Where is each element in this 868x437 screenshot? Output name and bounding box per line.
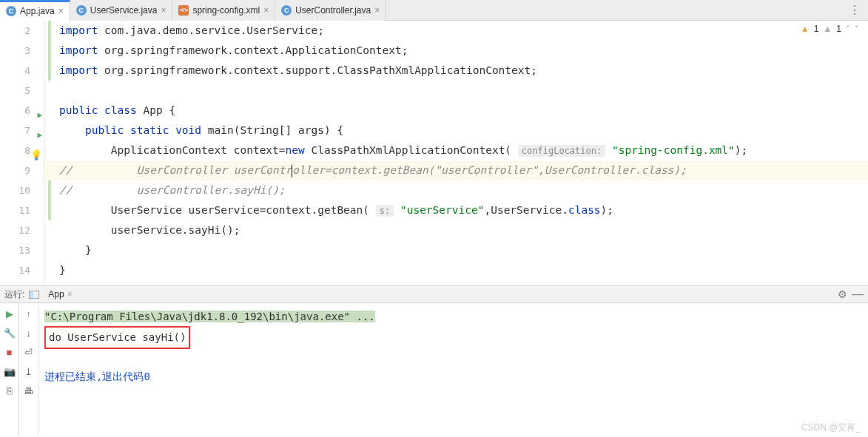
camera-icon[interactable]: 📷 [4,365,16,377]
weak-warning-icon: ▲ [823,24,832,34]
hide-icon[interactable]: — [852,288,864,301]
run-label: 运行: [4,288,24,301]
close-icon[interactable]: × [374,5,380,16]
tab-spring-config-xml[interactable]: </> spring-config.xml × [172,0,275,21]
warning-icon: ▲ [801,24,810,34]
close-icon[interactable]: × [67,289,73,299]
editor-tabs-bar: C App.java × C UserService.java × </> sp… [0,0,868,21]
java-class-icon: C [76,5,87,16]
console-output[interactable]: "C:\Program Files\Java\jdk1.8.0_192\bin\… [38,303,868,436]
wrench-icon[interactable]: 🔧 [4,327,16,339]
run-gutter-icon[interactable]: ▶ [37,105,42,125]
soft-wrap-icon[interactable]: ⏎ [23,346,35,358]
line-number: 14 [0,260,30,280]
weak-warning-count: 1 [836,24,841,34]
watermark: CSDN @安苒_ [801,421,861,434]
up-icon[interactable]: ↑ [23,308,35,319]
tab-usercontroller-java[interactable]: C UserController.java × [275,0,386,21]
close-icon[interactable]: × [58,6,64,16]
rerun-icon[interactable]: ▶ [4,308,16,319]
run-gutter-icon[interactable]: ▶ [37,125,42,145]
console-exit-line: 进程已结束,退出代码0 [44,367,862,386]
console-highlighted-output: do UserService sayHi() [44,326,190,349]
run-tool-window-body: ▶ 🔧 ■ 📷 ⎘ ↑ ↓ ⏎ ⤓ 🖶 "C:\Program Files\Ja… [0,303,868,436]
exit-icon[interactable]: ⎘ [4,385,16,396]
print-icon[interactable]: 🖶 [23,385,35,396]
tab-userservice-java[interactable]: C UserService.java × [70,0,173,21]
line-number: 4 [0,61,30,81]
layout-icon [29,291,39,299]
chevron-up-icon[interactable]: ˄ [846,24,850,34]
line-number: 11 [0,200,30,220]
tab-app-java[interactable]: C App.java × [0,0,70,21]
line-number: 6▶ [0,101,30,121]
code-editor[interactable]: 2 3 4 5 6▶ 7▶ 8💡 9 10 11 12 13 14 import… [0,21,868,285]
run-config-tab[interactable]: App × [44,289,76,299]
intention-bulb-icon[interactable]: 💡 [30,145,42,165]
line-number: 5 [0,81,30,101]
run-tool-window-header: 运行: App × ⚙ — [0,285,868,303]
close-icon[interactable]: × [161,5,166,16]
run-toolbar-primary: ▶ 🔧 ■ 📷 ⎘ [0,303,19,436]
line-number: 10 [0,180,30,200]
line-number: 12 [0,220,30,240]
line-number: 7▶ [0,121,30,140]
java-class-icon: C [281,5,292,16]
xml-file-icon: </> [178,5,189,16]
down-icon[interactable]: ↓ [23,327,35,339]
chevron-down-icon[interactable]: ˅ [855,24,859,34]
tabs-menu-icon[interactable]: ⋮ [841,3,868,17]
line-number: 3 [0,41,30,61]
console-command-line: "C:\Program Files\Java\jdk1.8.0_192\bin\… [44,311,375,322]
close-icon[interactable]: × [263,5,269,16]
tab-label: App.java [20,6,55,16]
tab-label: UserService.java [90,5,158,16]
editor-inspection-status[interactable]: ▲1 ▲1 ˄ ˅ [801,24,859,34]
gutter: 2 3 4 5 6▶ 7▶ 8💡 9 10 11 12 13 14 [0,21,44,285]
scroll-to-end-icon[interactable]: ⤓ [23,365,35,377]
java-class-icon: C [6,6,16,16]
line-number: 13 [0,240,30,260]
tab-label: UserController.java [295,5,371,16]
stop-icon[interactable]: ■ [4,346,16,358]
gear-icon[interactable]: ⚙ [838,288,847,300]
warning-count: 1 [814,24,819,34]
code-area[interactable]: import com.java.demo.service.UserService… [44,21,868,285]
run-toolbar-secondary: ↑ ↓ ⏎ ⤓ 🖶 [19,303,38,436]
tab-label: spring-config.xml [192,5,260,16]
run-config-name: App [48,289,64,299]
line-number: 9 [0,160,30,180]
line-number: 8💡 [0,140,30,160]
line-number: 2 [0,21,30,41]
